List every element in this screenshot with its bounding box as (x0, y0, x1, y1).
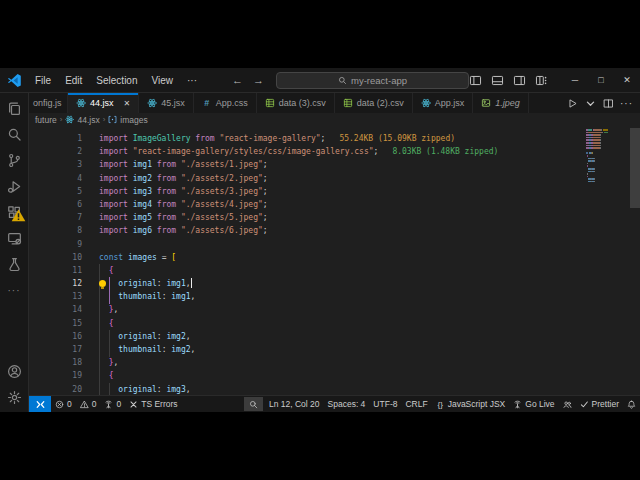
warn-icon (80, 400, 89, 409)
lightbulb-icon[interactable] (99, 280, 106, 287)
status-language-mode[interactable]: {}JavaScript JSX (432, 396, 510, 412)
tab-data-2-csv[interactable]: data (2).csv (335, 93, 413, 113)
status-remote-indicator[interactable] (29, 396, 51, 412)
activity-branch[interactable] (0, 147, 28, 173)
toggle-sidebar-icon[interactable] (469, 74, 482, 87)
minimize-button[interactable]: ─ (562, 68, 588, 92)
activity-gear[interactable] (0, 384, 28, 410)
breadcrumb-future[interactable]: future (35, 115, 57, 125)
status-prettier[interactable]: Prettier (576, 396, 623, 412)
code-line-2[interactable]: 2import "react-image-gallery/styles/css/… (29, 145, 640, 158)
code-line-14[interactable]: 14 }, (29, 303, 640, 316)
maximize-button[interactable]: □ (588, 68, 614, 92)
tab-onfig-js[interactable]: onfig.js (29, 93, 68, 113)
breadcrumb: future›44.jsx›images (29, 113, 640, 126)
status-accounts-sync[interactable] (559, 396, 576, 412)
tab-bar: onfig.js44.jsx✕45.jsx#App.cssdata (3).cs… (29, 93, 640, 113)
tower-icon (513, 400, 522, 409)
status-ports[interactable]: 0 (100, 396, 125, 412)
command-center[interactable]: my-react-app (276, 72, 469, 89)
status-label: CRLF (405, 399, 427, 409)
code-line-16[interactable]: 16 original: img2, (29, 330, 640, 343)
code-line-4[interactable]: 4import img2 from "./assets/2.jpeg"; (29, 172, 640, 185)
menu-[interactable]: ··· (180, 68, 204, 92)
activity-remote-explorer[interactable] (0, 225, 28, 251)
run-file-icon[interactable] (567, 98, 578, 109)
forward-icon[interactable]: → (253, 74, 264, 86)
tab-45-jsx[interactable]: 45.jsx (139, 93, 194, 113)
breadcrumb-images[interactable]: images (108, 115, 147, 125)
line-number: 6 (29, 198, 82, 211)
split-editor-icon[interactable] (603, 98, 614, 109)
code-line-13[interactable]: 13 thumbnail: img1, (29, 290, 640, 303)
code-line-3[interactable]: 3import img1 from "./assets/1.jpeg"; (29, 158, 640, 171)
tab-1-jpeg[interactable]: 1.jpeg (473, 93, 529, 113)
line-content: import ImageGallery from "react-image-ga… (99, 132, 455, 145)
code-line-19[interactable]: 19 { (29, 369, 640, 382)
status-cursor-position[interactable]: Ln 12, Col 20 (265, 396, 324, 412)
line-content: const images = [ (99, 251, 176, 264)
toggle-secondary-sidebar-icon[interactable] (513, 74, 526, 87)
line-content: }, (99, 303, 118, 316)
gear-icon (7, 390, 22, 405)
line-number: 20 (29, 383, 82, 395)
code-line-5[interactable]: 5import img3 from "./assets/3.jpeg"; (29, 185, 640, 198)
menu-view[interactable]: View (145, 68, 181, 92)
toggle-panel-icon[interactable] (491, 74, 504, 87)
code-line-15[interactable]: 15 { (29, 317, 640, 330)
code-line-12[interactable]: 12 original: img1, (29, 277, 640, 290)
line-content: thumbnail: img1, (99, 290, 195, 303)
back-icon[interactable]: ← (232, 74, 243, 86)
title-bar: FileEditSelectionView··· ← → my-react-ap… (0, 68, 640, 93)
menu-file[interactable]: File (28, 68, 58, 92)
scrollbar-thumb[interactable] (630, 128, 640, 208)
minimap-line (586, 142, 608, 144)
close-tab-icon[interactable]: ✕ (124, 99, 131, 108)
menu-selection[interactable]: Selection (89, 68, 144, 92)
status-encoding[interactable]: UTF-8 (369, 396, 401, 412)
code-line-10[interactable]: 10const images = [ (29, 251, 640, 264)
activity-files[interactable] (0, 95, 28, 121)
code-line-6[interactable]: 6import img4 from "./assets/4.jpeg"; (29, 198, 640, 211)
code-line-8[interactable]: 8import img6 from "./assets/6.jpeg"; (29, 224, 640, 237)
code-line-17[interactable]: 17 thumbnail: img2, (29, 343, 640, 356)
code-editor[interactable]: 1import ImageGallery from "react-image-g… (29, 126, 640, 395)
menu-edit[interactable]: Edit (58, 68, 89, 92)
status-notifications[interactable] (623, 396, 640, 412)
react-icon (65, 115, 74, 124)
activity-search[interactable] (0, 121, 28, 147)
tab-app-css[interactable]: #App.css (194, 93, 257, 113)
run-dropdown-icon[interactable] (585, 98, 596, 109)
minimap[interactable] (586, 129, 608, 183)
activity-account[interactable] (0, 358, 28, 384)
breadcrumb-44-jsx[interactable]: 44.jsx (65, 115, 99, 125)
tab-app-jsx[interactable]: App.jsx (413, 93, 474, 113)
tab-44-jsx[interactable]: 44.jsx✕ (68, 93, 139, 113)
minimap-line (586, 165, 608, 167)
activity-debug[interactable] (0, 173, 28, 199)
code-line-1[interactable]: 1import ImageGallery from "react-image-g… (29, 132, 640, 145)
status-indentation[interactable]: Spaces: 4 (324, 396, 370, 412)
status-ts-errors[interactable]: TS Errors (125, 396, 181, 412)
close-window-button[interactable]: ✕ (614, 68, 640, 92)
code-line-9[interactable]: 9 (29, 238, 640, 251)
code-line-18[interactable]: 18 }, (29, 356, 640, 369)
customize-layout-icon[interactable] (535, 74, 548, 87)
status-go-live[interactable]: Go Live (509, 396, 558, 412)
code-line-11[interactable]: 11 { (29, 264, 640, 277)
status-eol[interactable]: CRLF (401, 396, 431, 412)
activity-ellipsis[interactable]: ··· (0, 277, 28, 303)
activity-beaker[interactable] (0, 251, 28, 277)
line-content: { (99, 317, 113, 330)
code-line-20[interactable]: 20 original: img3, (29, 383, 640, 395)
status-search-status[interactable] (244, 397, 263, 411)
status-warnings[interactable]: 0 (76, 396, 101, 412)
import-cost-annotation: 55.24KB (15.09KB zipped) (339, 134, 455, 143)
scrollbar[interactable] (630, 126, 640, 395)
code-line-7[interactable]: 7import img5 from "./assets/5.jpeg"; (29, 211, 640, 224)
activity-extensions[interactable] (0, 199, 28, 225)
more-actions-icon[interactable]: ··· (621, 98, 632, 109)
status-errors[interactable]: 0 (51, 396, 76, 412)
tab-data-3-csv[interactable]: data (3).csv (257, 93, 335, 113)
react-icon (421, 98, 431, 108)
